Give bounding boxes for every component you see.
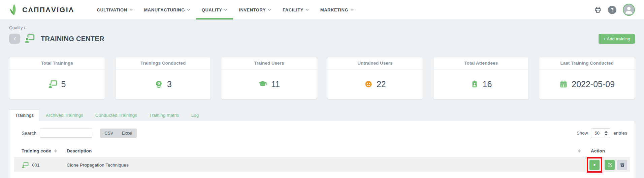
tab-trainings[interactable]: Trainings bbox=[9, 109, 40, 121]
brand-logo[interactable]: CΛΠΠΛVIGIΛ bbox=[9, 4, 74, 16]
training-icon bbox=[25, 34, 35, 44]
highlight-box bbox=[587, 157, 602, 173]
training-code: 001 bbox=[32, 163, 40, 168]
edit-icon bbox=[607, 163, 612, 168]
top-navbar: CΛΠΠΛVIGIΛ CULTIVATION MANUFACTURING QUA… bbox=[0, 0, 644, 20]
person-icon bbox=[624, 5, 634, 15]
stat-card-total-trainings: Total Trainings 5 bbox=[9, 57, 105, 99]
training-icon bbox=[48, 80, 57, 89]
main-nav: CULTIVATION MANUFACTURING QUALITY INVENT… bbox=[91, 0, 360, 20]
chevron-down-icon bbox=[187, 9, 190, 11]
stat-card-total-attendees: Total Attendees 16 bbox=[433, 57, 529, 99]
tab-training-matrix[interactable]: Training matrix bbox=[143, 109, 185, 121]
print-button[interactable] bbox=[594, 6, 602, 13]
column-header-action: Action bbox=[591, 148, 605, 153]
edit-training-button[interactable] bbox=[605, 160, 615, 170]
trainings-panel: Search CSV Excel Show 50 entries bbox=[9, 121, 635, 178]
nav-item-quality[interactable]: QUALITY bbox=[196, 0, 233, 20]
export-button-group: CSV Excel bbox=[100, 129, 136, 138]
page-size-select[interactable]: 50 bbox=[591, 128, 610, 138]
help-icon: ? bbox=[608, 6, 616, 14]
stat-value: 3 bbox=[167, 79, 172, 89]
training-icon bbox=[22, 162, 29, 169]
back-button[interactable] bbox=[9, 34, 20, 44]
nav-item-cultivation[interactable]: CULTIVATION bbox=[91, 0, 138, 20]
page-size-value: 50 bbox=[594, 131, 599, 136]
chevron-down-icon bbox=[350, 9, 354, 11]
stat-value: 22 bbox=[377, 79, 386, 89]
stat-card-trained-users: Trained Users 11 bbox=[221, 57, 317, 99]
column-header-description: Description bbox=[67, 148, 92, 153]
export-excel-button[interactable]: Excel bbox=[118, 129, 137, 138]
table-row: 001 Clone Propagation Techniques bbox=[14, 157, 630, 172]
stat-value: 11 bbox=[271, 79, 280, 89]
tab-log[interactable]: Log bbox=[185, 109, 205, 121]
stat-card-untrained-users: Untrained Users 22 bbox=[327, 57, 423, 99]
stat-label: Untrained Users bbox=[327, 57, 423, 69]
sort-icon[interactable] bbox=[54, 149, 57, 153]
play-icon bbox=[592, 163, 597, 167]
entries-label: entries bbox=[613, 131, 627, 136]
stat-label: Last Training Conducted bbox=[539, 57, 635, 69]
tab-archived-trainings[interactable]: Archived Trainings bbox=[40, 109, 89, 121]
stat-card-last-training-conducted: Last Training Conducted 2022-05-09 bbox=[539, 57, 635, 99]
stepper-icon bbox=[605, 131, 608, 136]
badge-icon bbox=[470, 80, 479, 88]
stat-label: Total Trainings bbox=[9, 57, 105, 69]
stat-value: 16 bbox=[483, 79, 492, 89]
webcam-icon bbox=[154, 80, 163, 89]
nav-item-manufacturing[interactable]: MANUFACTURING bbox=[138, 0, 196, 20]
stat-label: Trained Users bbox=[221, 57, 317, 69]
stat-value: 5 bbox=[61, 79, 66, 89]
play-training-button[interactable] bbox=[589, 160, 600, 170]
stat-label: Total Attendees bbox=[433, 57, 529, 69]
calendar-icon bbox=[559, 80, 568, 88]
export-csv-button[interactable]: CSV bbox=[100, 129, 118, 138]
chevron-down-icon bbox=[305, 9, 309, 11]
column-header-training-code: Training code bbox=[22, 148, 51, 153]
nav-item-marketing[interactable]: MARKETING bbox=[315, 0, 359, 20]
archive-box-icon bbox=[620, 163, 625, 168]
graduation-cap-icon bbox=[258, 79, 267, 89]
search-input[interactable] bbox=[40, 129, 92, 138]
training-description: Clone Propagation Techniques bbox=[67, 163, 129, 168]
sort-icon[interactable] bbox=[578, 149, 581, 153]
archive-training-button[interactable] bbox=[617, 160, 627, 170]
trainings-table: Training code Description Action bbox=[14, 145, 630, 172]
page-title: TRAINING CENTER bbox=[41, 35, 104, 43]
leaf-logo-icon bbox=[9, 4, 19, 16]
breadcrumb[interactable]: Quality / bbox=[9, 25, 635, 30]
chevron-down-icon bbox=[129, 9, 133, 11]
stats-row: Total Trainings 5 Trainings Conducted bbox=[9, 57, 635, 99]
nav-item-facility[interactable]: FACILITY bbox=[277, 0, 315, 20]
stat-label: Trainings Conducted bbox=[116, 57, 211, 69]
printer-icon bbox=[594, 6, 602, 13]
tab-conducted-trainings[interactable]: Conducted Trainings bbox=[89, 109, 143, 121]
help-button[interactable]: ? bbox=[608, 6, 616, 14]
nav-item-inventory[interactable]: INVENTORY bbox=[233, 0, 277, 20]
user-avatar[interactable] bbox=[623, 4, 635, 16]
stat-value: 2022-05-09 bbox=[572, 79, 615, 89]
sad-face-icon bbox=[364, 80, 373, 88]
stat-card-trainings-conducted: Trainings Conducted 3 bbox=[115, 57, 211, 99]
tab-bar: Trainings Archived Trainings Conducted T… bbox=[9, 109, 635, 121]
chevron-down-icon bbox=[268, 9, 271, 11]
search-label: Search bbox=[22, 131, 36, 136]
brand-wordmark: CΛΠΠΛVIGIΛ bbox=[22, 6, 74, 14]
show-label: Show bbox=[577, 131, 588, 136]
chevron-left-icon bbox=[12, 36, 17, 41]
chevron-down-icon bbox=[224, 9, 227, 11]
add-training-button[interactable]: + Add training bbox=[599, 34, 635, 44]
